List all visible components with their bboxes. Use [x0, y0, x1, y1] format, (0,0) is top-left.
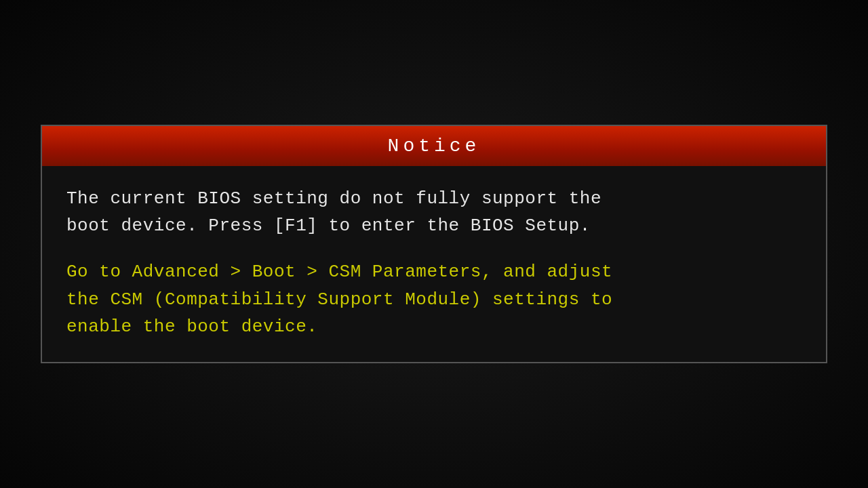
notice-header: Notice [42, 126, 826, 166]
notice-title: Notice [388, 136, 481, 157]
notice-yellow-line2: the CSM (Compatibility Support Module) s… [66, 286, 802, 313]
notice-yellow-text: Go to Advanced > Boot > CSM Parameters, … [66, 258, 802, 340]
screen-background: Notice The current BIOS setting do not f… [0, 0, 868, 488]
notice-dialog: Notice The current BIOS setting do not f… [41, 125, 827, 363]
notice-white-line1: The current BIOS setting do not fully su… [66, 185, 802, 212]
notice-white-line2: boot device. Press [F1] to enter the BIO… [66, 212, 802, 239]
notice-yellow-line1: Go to Advanced > Boot > CSM Parameters, … [66, 258, 802, 285]
notice-white-text: The current BIOS setting do not fully su… [66, 185, 802, 240]
notice-body: The current BIOS setting do not fully su… [42, 166, 826, 362]
notice-yellow-line3: enable the boot device. [66, 313, 802, 340]
